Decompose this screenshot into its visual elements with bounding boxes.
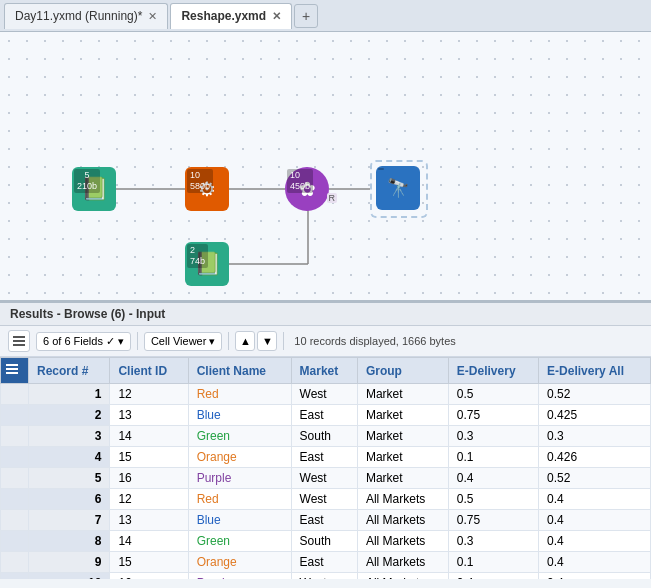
field-icon[interactable] xyxy=(8,330,30,352)
viewer-label: Cell Viewer xyxy=(151,335,206,347)
table-row[interactable]: 612RedWestAll Markets0.50.4 xyxy=(1,489,651,510)
record-num: 10 xyxy=(29,573,110,580)
col-edelivery: E-Delivery xyxy=(448,358,538,384)
row-number-cell xyxy=(1,468,29,489)
table-row[interactable]: 713BlueEastAll Markets0.750.4 xyxy=(1,510,651,531)
record-num: 6 xyxy=(29,489,110,510)
node-transform-count: 10 xyxy=(190,170,210,181)
col-record: Record # xyxy=(29,358,110,384)
record-num: 5 xyxy=(29,468,110,489)
table-row[interactable]: 112RedWestMarket0.50.52 xyxy=(1,384,651,405)
table-row[interactable]: 516PurpleWestMarket0.40.52 xyxy=(1,468,651,489)
table-row[interactable]: 1016PurpleWestAll Markets0.40.4 xyxy=(1,573,651,580)
table-row[interactable]: 814GreenSouthAll Markets0.30.4 xyxy=(1,531,651,552)
col-group: Group xyxy=(357,358,448,384)
table-row[interactable]: 213BlueEastMarket0.750.425 xyxy=(1,405,651,426)
row-number-cell xyxy=(1,552,29,573)
tab-reshape-close[interactable]: ✕ xyxy=(272,10,281,23)
row-number-cell xyxy=(1,426,29,447)
svg-rect-10 xyxy=(6,372,18,374)
col-client-name: Client Name xyxy=(188,358,291,384)
tab-day11-close[interactable]: ✕ xyxy=(148,10,157,23)
node-browse[interactable]: 🔭 xyxy=(370,160,428,218)
connector-lines xyxy=(0,32,651,300)
fields-selector[interactable]: 6 of 6 Fields ✓ ▾ xyxy=(36,332,131,351)
row-number-cell xyxy=(1,531,29,552)
tab-bar: Day11.yxmd (Running)* ✕ Reshape.yxmd ✕ + xyxy=(0,0,651,32)
svg-rect-7 xyxy=(13,344,25,346)
node-transform-size: 580b xyxy=(190,181,210,192)
viewer-chevron-icon: ▾ xyxy=(209,335,215,348)
tab-add-button[interactable]: + xyxy=(294,4,318,28)
record-num: 3 xyxy=(29,426,110,447)
svg-rect-5 xyxy=(13,336,25,338)
tab-day11[interactable]: Day11.yxmd (Running)* ✕ xyxy=(4,3,168,29)
col-edelivery-all: E-Delivery All xyxy=(539,358,651,384)
row-number-cell xyxy=(1,510,29,531)
record-num: 4 xyxy=(29,447,110,468)
svg-rect-6 xyxy=(13,340,25,342)
fields-label: 6 of 6 Fields xyxy=(43,335,103,347)
row-number-cell xyxy=(1,573,29,580)
node-join[interactable]: ✿ 10 450b R xyxy=(285,167,329,211)
col-row-icon xyxy=(1,358,29,384)
viewer-selector[interactable]: Cell Viewer ▾ xyxy=(144,332,222,351)
divider3 xyxy=(283,332,284,350)
node-input2-size: 74b xyxy=(190,256,205,267)
node-input2[interactable]: 📗 2 74b xyxy=(185,242,229,286)
tab-day11-label: Day11.yxmd (Running)* xyxy=(15,9,142,23)
data-table: Record # Client ID Client Name Market Gr… xyxy=(0,357,651,579)
record-num: 2 xyxy=(29,405,110,426)
divider2 xyxy=(228,332,229,350)
table-header-row: Record # Client ID Client Name Market Gr… xyxy=(1,358,651,384)
svg-rect-9 xyxy=(6,368,18,370)
tab-reshape[interactable]: Reshape.yxmd ✕ xyxy=(170,3,292,29)
node-input1-size: 210b xyxy=(77,181,97,192)
record-num: 1 xyxy=(29,384,110,405)
row-number-cell xyxy=(1,384,29,405)
col-client-id: Client ID xyxy=(110,358,188,384)
record-num: 9 xyxy=(29,552,110,573)
sort-down-button[interactable]: ▼ xyxy=(257,331,277,351)
col-market: Market xyxy=(291,358,357,384)
record-num: 8 xyxy=(29,531,110,552)
fields-chevron-icon: ▾ xyxy=(118,335,124,348)
results-panel: Results - Browse (6) - Input 6 of 6 Fiel… xyxy=(0,302,651,579)
table-row[interactable]: 314GreenSouthMarket0.30.3 xyxy=(1,426,651,447)
results-toolbar: 6 of 6 Fields ✓ ▾ Cell Viewer ▾ ▲ ▼ 10 r… xyxy=(0,326,651,357)
results-header: Results - Browse (6) - Input xyxy=(0,303,651,326)
sort-up-button[interactable]: ▲ xyxy=(235,331,255,351)
divider1 xyxy=(137,332,138,350)
node-input1[interactable]: 📗 5 210b xyxy=(72,167,116,211)
row-number-cell xyxy=(1,405,29,426)
sort-arrows: ▲ ▼ xyxy=(235,331,277,351)
node-join-size: 450b xyxy=(290,181,310,192)
data-table-wrap: Record # Client ID Client Name Market Gr… xyxy=(0,357,651,579)
svg-rect-8 xyxy=(6,364,18,366)
row-number-cell xyxy=(1,489,29,510)
node-input1-count: 5 xyxy=(85,170,90,181)
tab-reshape-label: Reshape.yxmd xyxy=(181,9,266,23)
record-num: 7 xyxy=(29,510,110,531)
node-input2-count: 2 xyxy=(190,245,205,256)
node-join-count: 10 xyxy=(290,170,310,181)
fields-check-icon: ✓ xyxy=(106,335,115,348)
canvas-area: 📗 5 210b ⚙ 10 580b ✿ 10 450b R xyxy=(0,32,651,302)
records-info: 10 records displayed, 1666 bytes xyxy=(294,335,455,347)
table-row[interactable]: 915OrangeEastAll Markets0.10.4 xyxy=(1,552,651,573)
row-number-cell xyxy=(1,447,29,468)
table-row[interactable]: 415OrangeEastMarket0.10.426 xyxy=(1,447,651,468)
node-transform[interactable]: ⚙ 10 580b xyxy=(185,167,229,211)
